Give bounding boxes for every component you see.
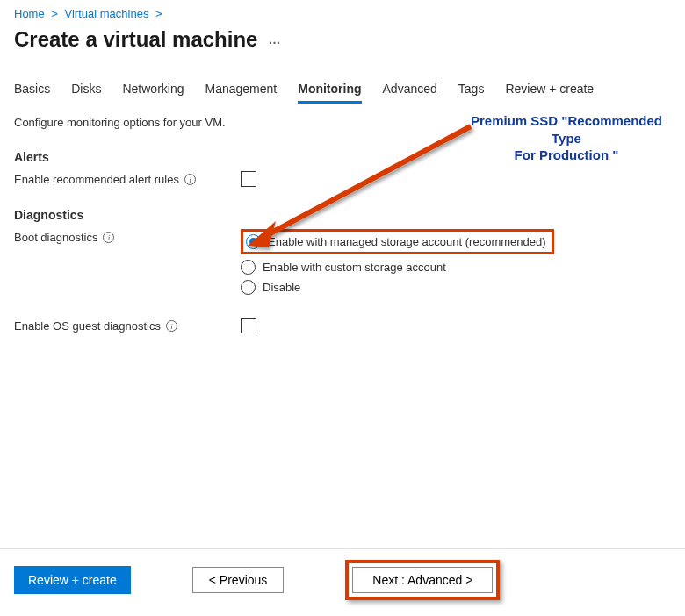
more-actions-icon[interactable]: …	[268, 32, 281, 47]
breadcrumb: Home > Virtual machines >	[14, 7, 671, 20]
footer: Review + create < Previous Next : Advanc…	[0, 548, 685, 616]
page-title-text: Create a virtual machine	[14, 27, 257, 52]
checkbox-os-guest[interactable]	[241, 318, 256, 333]
tab-basics[interactable]: Basics	[14, 82, 50, 104]
radio-label-managed: Enable with managed storage account (rec…	[268, 235, 546, 248]
highlight-box: Enable with managed storage account (rec…	[241, 229, 554, 254]
label-os-guest-diagnostics: Enable OS guest diagnostics i	[14, 318, 241, 333]
radio-option-custom[interactable]: Enable with custom storage account	[241, 260, 554, 275]
tab-management[interactable]: Management	[206, 82, 278, 104]
radio-managed-storage[interactable]	[246, 234, 261, 249]
breadcrumb-vms[interactable]: Virtual machines	[65, 7, 149, 20]
info-icon[interactable]: i	[166, 320, 177, 332]
next-advanced-button[interactable]: Next : Advanced >	[352, 567, 493, 593]
previous-button[interactable]: < Previous	[192, 567, 285, 593]
breadcrumb-home[interactable]: Home	[14, 7, 45, 20]
radio-label-disable: Disable	[263, 281, 300, 294]
chevron-right-icon: >	[51, 7, 58, 20]
radio-custom-storage[interactable]	[241, 260, 256, 275]
page-title: Create a virtual machine …	[14, 27, 671, 52]
radio-group-boot-diagnostics: Enable with managed storage account (rec…	[241, 229, 554, 295]
annotation-callout: Premium SSD "Recommended Type For Produc…	[465, 112, 667, 164]
info-icon[interactable]: i	[184, 174, 196, 185]
tab-review[interactable]: Review + create	[505, 82, 594, 104]
highlight-box: Next : Advanced >	[345, 560, 500, 600]
radio-disable[interactable]	[241, 280, 256, 295]
chevron-right-icon: >	[155, 7, 162, 20]
tab-advanced[interactable]: Advanced	[383, 82, 437, 104]
label-boot-diagnostics: Boot diagnostics i	[14, 229, 241, 244]
tab-networking[interactable]: Networking	[122, 82, 184, 104]
info-icon[interactable]: i	[103, 232, 114, 243]
label-alert-rules: Enable recommended alert rules i	[14, 171, 241, 186]
tab-tags[interactable]: Tags	[458, 82, 485, 104]
radio-label-custom: Enable with custom storage account	[263, 261, 446, 274]
tabs: Basics Disks Networking Management Monit…	[14, 82, 671, 104]
tab-monitoring[interactable]: Monitoring	[298, 82, 361, 104]
checkbox-alert-rules[interactable]	[241, 171, 256, 187]
tab-disks[interactable]: Disks	[71, 82, 101, 104]
review-create-button[interactable]: Review + create	[14, 566, 131, 594]
radio-option-disable[interactable]: Disable	[241, 280, 554, 295]
section-diagnostics: Diagnostics	[14, 208, 671, 222]
